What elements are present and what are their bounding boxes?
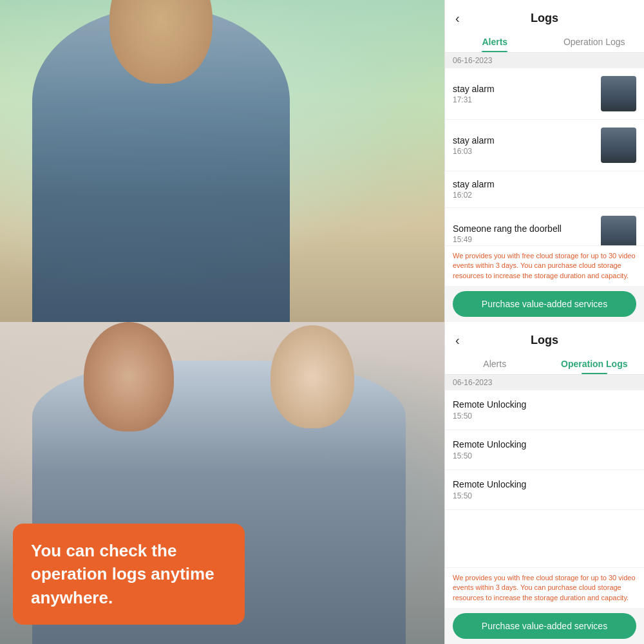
bottom-panel-title: Logs	[531, 334, 558, 347]
bottom-op-log-list: Remote Unlocking 15:50 Remote Unlocking …	[445, 390, 644, 567]
top-alert-list: stay alarm 17:31 stay alarm 16:03 st	[445, 68, 644, 245]
op-log-name-0: Remote Unlocking	[453, 399, 636, 410]
bottom-tab-alerts[interactable]: Alerts	[445, 352, 545, 374]
alert-info-2: stay alarm 16:02	[453, 179, 636, 200]
op-log-time-0: 15:50	[453, 412, 636, 421]
top-date-label: 06-16-2023	[445, 53, 644, 68]
alert-info-0: stay alarm 17:31	[453, 84, 594, 104]
bottom-section: You can check the operation logs anytime…	[0, 322, 644, 644]
top-back-button[interactable]: ‹	[455, 11, 460, 26]
alert-time-0: 17:31	[453, 95, 594, 104]
top-photo-bg	[0, 0, 444, 322]
op-log-name-1: Remote Unlocking	[453, 439, 636, 450]
top-panel-header: ‹ Logs	[445, 0, 644, 30]
bottom-purchase-btn[interactable]: Purchase value-added services	[453, 613, 636, 639]
top-section: Real-time Monitoring ‹ Logs Alerts Opera…	[0, 0, 644, 322]
alert-time-3: 15:49	[453, 235, 594, 244]
bottom-storage-notice: We provides you with free cloud storage …	[445, 567, 644, 608]
thumb-img-0	[601, 76, 636, 111]
alert-item-0[interactable]: stay alarm 17:31	[445, 68, 644, 120]
alert-name-1: stay alarm	[453, 135, 594, 146]
thumb-img-3	[601, 216, 636, 245]
alert-thumb-0	[601, 76, 636, 111]
alert-time-1: 16:03	[453, 147, 594, 156]
op-log-name-2: Remote Unlocking	[453, 479, 636, 489]
bottom-tab-operation-logs[interactable]: Operation Logs	[545, 352, 645, 374]
caption-text: You can check the operation logs anytime…	[31, 539, 227, 609]
top-tab-operation-logs[interactable]: Operation Logs	[545, 30, 645, 52]
alert-name-2: stay alarm	[453, 179, 636, 189]
person-figure-top	[32, 6, 290, 322]
op-log-info-1: Remote Unlocking 15:50	[453, 439, 636, 460]
top-storage-notice: We provides you with free cloud storage …	[445, 245, 644, 286]
alert-item-2[interactable]: stay alarm 16:02	[445, 171, 644, 208]
bottom-tabs-row: Alerts Operation Logs	[445, 352, 644, 375]
top-panel-title: Logs	[531, 12, 558, 25]
alert-item-3[interactable]: Someone rang the doorbell 15:49	[445, 208, 644, 245]
op-log-time-2: 15:50	[453, 491, 636, 500]
op-log-info-0: Remote Unlocking 15:50	[453, 399, 636, 421]
alert-thumb-3	[601, 216, 636, 245]
alert-thumb-1	[601, 128, 636, 163]
bottom-panel-header: ‹ Logs	[445, 322, 644, 352]
alert-time-2: 16:02	[453, 191, 636, 200]
alert-item-1[interactable]: stay alarm 16:03	[445, 120, 644, 171]
bottom-back-button[interactable]: ‹	[455, 333, 460, 348]
alert-name-0: stay alarm	[453, 84, 594, 94]
caption-box: You can check the operation logs anytime…	[13, 524, 245, 625]
op-log-info-2: Remote Unlocking 15:50	[453, 479, 636, 500]
op-log-item-2[interactable]: Remote Unlocking 15:50	[445, 470, 644, 510]
top-tabs-row: Alerts Operation Logs	[445, 30, 644, 53]
top-purchase-btn[interactable]: Purchase value-added services	[453, 291, 636, 317]
alert-info-3: Someone rang the doorbell 15:49	[453, 223, 594, 244]
op-log-item-0[interactable]: Remote Unlocking 15:50	[445, 390, 644, 430]
alert-name-3: Someone rang the doorbell	[453, 223, 594, 234]
alert-info-1: stay alarm 16:03	[453, 135, 594, 156]
op-log-time-1: 15:50	[453, 451, 636, 460]
thumb-img-1	[601, 128, 636, 163]
top-tab-alerts[interactable]: Alerts	[445, 30, 545, 52]
op-log-item-1[interactable]: Remote Unlocking 15:50	[445, 430, 644, 470]
top-phone-panel: ‹ Logs Alerts Operation Logs 06-16-2023 …	[444, 0, 644, 322]
bottom-date-label: 06-16-2023	[445, 375, 644, 390]
bottom-phone-panel: ‹ Logs Alerts Operation Logs 06-16-2023 …	[444, 322, 644, 644]
